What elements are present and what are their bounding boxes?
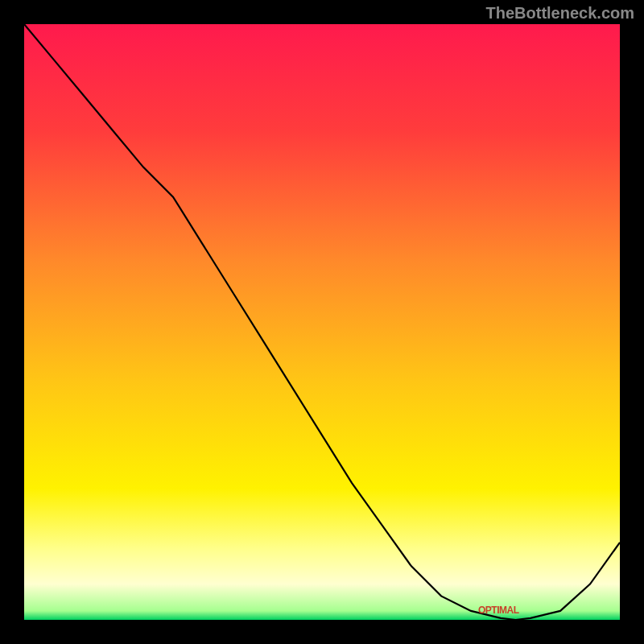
plot-area: OPTIMAL (24, 24, 620, 620)
curve-line (24, 24, 620, 620)
optimal-label: OPTIMAL (478, 605, 519, 616)
watermark-text: TheBottleneck.com (486, 4, 634, 23)
chart-container: TheBottleneck.com OPTIMAL (0, 0, 644, 644)
